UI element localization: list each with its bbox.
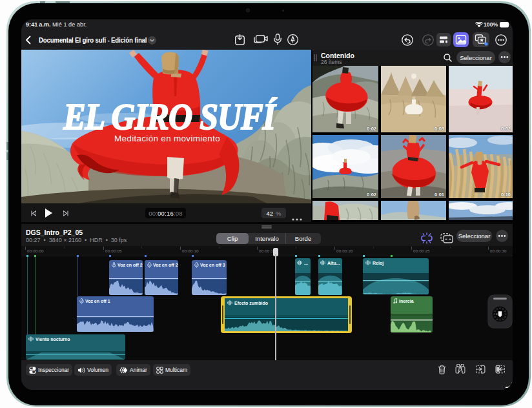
svg-text:EL GIRO SUFÍ: EL GIRO SUFÍ <box>63 97 277 137</box>
svg-text:Meditación en movimiento: Meditación en movimiento <box>114 134 220 143</box>
